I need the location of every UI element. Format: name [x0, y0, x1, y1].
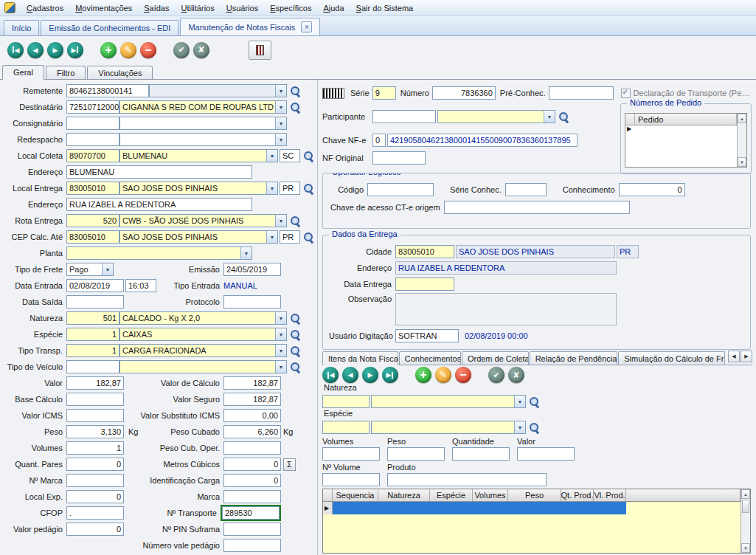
valor-pedagio-input[interactable]: 0	[66, 523, 124, 536]
rota-entrega-code-input[interactable]: 520	[66, 214, 119, 227]
volumes-input[interactable]: 1	[66, 441, 124, 455]
tab-filtro[interactable]: Filtro	[46, 66, 86, 79]
chevron-down-icon[interactable]: ▼	[275, 85, 286, 97]
item-quantidade-input[interactable]	[452, 447, 510, 461]
delete-button[interactable]: −	[140, 42, 156, 58]
scroll-down-icon[interactable]: ▼	[741, 543, 750, 553]
data-entrada-date-input[interactable]: 02/08/2019	[66, 279, 124, 292]
close-tab-icon[interactable]: ×	[301, 21, 312, 32]
base-calculo-input[interactable]	[66, 393, 124, 406]
vale-pedagio-input[interactable]	[223, 539, 281, 552]
tab-conhecimentos[interactable]: Conhecimentos	[399, 351, 461, 365]
especie-search-icon[interactable]	[289, 328, 302, 341]
chevron-down-icon[interactable]: ▼	[514, 421, 525, 433]
grid-header-vl-prod[interactable]: Vl. Prod.	[594, 489, 626, 501]
add-button[interactable]: +	[100, 42, 117, 58]
chave-nfe-input[interactable]: 4219058046213800014155009007836360137895	[387, 134, 578, 147]
local-coleta-combo[interactable]: BLUMENAU ▼	[119, 149, 278, 162]
data-entrada-time-input[interactable]: 16:03	[125, 279, 156, 292]
operador-codigo-input[interactable]	[367, 183, 434, 196]
item-nvolume-input[interactable]	[322, 473, 380, 486]
destinatario-combo[interactable]: CIGANNA S RED COM DE ROUPAS LTDA ▼	[119, 100, 287, 114]
item-edit-button[interactable]: ✎	[435, 367, 451, 383]
print-button[interactable]	[249, 41, 271, 60]
tipo-transp-search-icon[interactable]	[289, 345, 302, 357]
pedidos-scrollbar[interactable]: ▲ ▼	[737, 114, 746, 167]
consignatario-code-input[interactable]	[66, 117, 119, 130]
tab-simulacao-calculo-frete[interactable]: Simulação do Cálculo de Fret	[618, 351, 725, 365]
grid-vertical-scrollbar[interactable]: ▲ ▼	[741, 489, 750, 553]
tipo-frete-combo[interactable]: Pago ▼	[66, 263, 114, 276]
conhecimento-input[interactable]: 0	[619, 183, 685, 196]
local-coleta-search-icon[interactable]	[302, 150, 315, 162]
redespacho-code-input[interactable]	[66, 133, 119, 146]
chave-cte-input[interactable]	[444, 201, 630, 214]
chevron-down-icon[interactable]: ▼	[275, 101, 286, 113]
sum-button[interactable]: Σ	[283, 458, 296, 471]
chevron-down-icon[interactable]: ▼	[266, 182, 277, 194]
valor-input[interactable]: 182,87	[66, 376, 124, 390]
chevron-down-icon[interactable]: ▼	[275, 345, 286, 356]
chevron-down-icon[interactable]: ▼	[275, 117, 286, 129]
item-volumes-input[interactable]	[322, 447, 380, 461]
item-prev-record-button[interactable]: ◀	[342, 367, 358, 383]
cidade-cep-input[interactable]: 83005010	[395, 245, 454, 258]
local-coleta-cep-input[interactable]: 89070700	[66, 149, 119, 162]
especie-combo[interactable]: CAIXAS ▼	[119, 328, 287, 341]
tipo-transp-combo[interactable]: CARGA FRACIONADA ▼	[119, 344, 287, 357]
cfop-input[interactable]: .	[66, 506, 124, 520]
chevron-down-icon[interactable]: ▼	[275, 361, 286, 373]
prev-record-button[interactable]: ◀	[27, 42, 44, 58]
rota-entrega-search-icon[interactable]	[289, 215, 302, 227]
menu-especificos[interactable]: Específicos	[264, 1, 317, 15]
chevron-down-icon[interactable]: ▼	[275, 328, 286, 340]
quant-pares-input[interactable]: 0	[66, 458, 124, 471]
item-natureza-code-input[interactable]	[322, 395, 370, 408]
observacao-input[interactable]	[395, 293, 617, 325]
local-exp-input[interactable]: 0	[66, 490, 124, 503]
tab-geral[interactable]: Geral	[2, 65, 44, 80]
tab-scroll-left-button[interactable]: ◀	[728, 351, 740, 362]
item-natureza-combo[interactable]: ▼	[371, 395, 526, 408]
natureza-code-input[interactable]: 501	[66, 311, 119, 325]
next-record-button[interactable]: ▶	[47, 42, 63, 58]
tab-scroll-right-button[interactable]: ▶	[741, 351, 752, 362]
item-cancel-button[interactable]: ✘	[508, 367, 524, 383]
grid-header-sequencia[interactable]: Sequencia	[333, 489, 378, 501]
tab-emissao-conhecimentos-edi[interactable]: Emissão de Conhecimentos - EDI	[41, 20, 178, 35]
nf-original-input[interactable]	[372, 151, 426, 165]
pedidos-row[interactable]: ▶	[625, 125, 746, 137]
item-valor-input[interactable]	[517, 447, 575, 461]
serie-conhec-input[interactable]	[505, 183, 547, 196]
data-entrega-input[interactable]	[395, 278, 454, 291]
item-produto-input[interactable]	[387, 473, 547, 486]
grid-header-peso[interactable]: Peso	[508, 489, 561, 501]
scroll-up-icon[interactable]: ▲	[741, 489, 750, 499]
chevron-down-icon[interactable]: ▼	[102, 263, 113, 275]
item-add-button[interactable]: +	[415, 367, 431, 383]
grid-selected-row[interactable]: ▶	[323, 502, 750, 514]
tipo-veiculo-code-input[interactable]	[66, 360, 119, 373]
redespacho-combo[interactable]: ▼	[119, 133, 287, 146]
peso-input[interactable]: 3,130	[66, 425, 124, 438]
participante-search-icon[interactable]	[558, 111, 570, 123]
menu-movimentacoes[interactable]: Movimentações	[69, 1, 138, 15]
cep-calc-combo[interactable]: SAO JOSE DOS PINHAIS ▼	[119, 230, 278, 244]
menu-ajuda[interactable]: Ajuda	[317, 1, 350, 15]
item-last-record-button[interactable]: ▶	[382, 367, 398, 383]
item-peso-input[interactable]	[387, 447, 445, 461]
rota-entrega-combo[interactable]: CWB - SÃO JOSÉ DOS PINHAIS ▼	[119, 214, 287, 227]
endereco-entrega-input[interactable]: RUA IZABEL A REDENTORA	[66, 198, 252, 211]
serie-input[interactable]: 9	[372, 86, 396, 100]
tab-ordem-coleta[interactable]: Ordem de Coleta	[462, 351, 529, 365]
remetente-combo[interactable]: ▼	[149, 84, 287, 97]
local-entrega-cep-input[interactable]: 83005010	[66, 182, 119, 195]
valor-icms-input[interactable]	[66, 409, 124, 422]
grid-header-natureza[interactable]: Natureza	[378, 489, 430, 501]
item-first-record-button[interactable]: ◀	[322, 367, 339, 383]
grid-header-qt-prod[interactable]: Qt. Prod.	[561, 489, 594, 501]
cep-calc-search-icon[interactable]	[302, 231, 315, 244]
scroll-down-icon[interactable]: ▼	[738, 157, 746, 167]
planta-combo[interactable]: ▼	[66, 247, 252, 260]
chevron-down-icon[interactable]: ▼	[266, 150, 277, 162]
